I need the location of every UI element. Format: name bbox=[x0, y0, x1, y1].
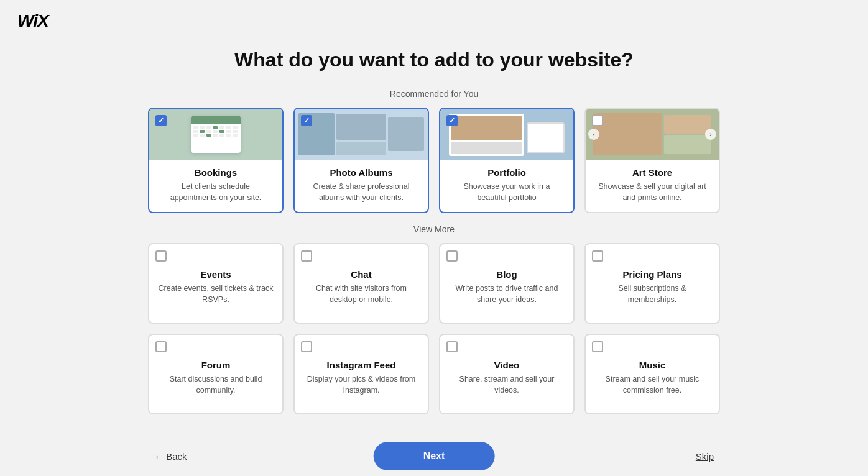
card-title-video: Video bbox=[494, 360, 520, 370]
checkbox-instagram-feed[interactable] bbox=[301, 341, 312, 352]
back-button[interactable]: ← Back bbox=[154, 451, 187, 462]
card-art-store[interactable]: ‹ › Art Store Showcase & sell your digit… bbox=[584, 108, 720, 213]
card-desc-music: Stream and sell your music commission fr… bbox=[594, 374, 710, 396]
wix-logo: WiX bbox=[17, 11, 851, 31]
carousel-left-icon[interactable]: ‹ bbox=[588, 129, 599, 140]
checkbox-forum[interactable] bbox=[155, 341, 167, 352]
card-title-chat: Chat bbox=[351, 269, 371, 280]
card-content-bookings: Bookings Let clients schedule appointmen… bbox=[149, 160, 282, 212]
card-title-forum: Forum bbox=[201, 360, 231, 370]
next-button[interactable]: Next bbox=[374, 442, 495, 470]
card-title-blog: Blog bbox=[496, 269, 517, 280]
page-container: What do you want to add to your website?… bbox=[0, 42, 868, 475]
card-image-artstore: ‹ › bbox=[586, 109, 719, 160]
card-title-artstore: Art Store bbox=[594, 167, 710, 178]
footer-inner: ← Back Next Skip bbox=[154, 451, 714, 462]
card-desc-forum: Start discussions and build community. bbox=[158, 374, 274, 396]
card-title-events: Events bbox=[200, 269, 231, 280]
recommended-cards-grid: Bookings Let clients schedule appointmen… bbox=[148, 108, 720, 213]
card-desc-artstore: Showcase & sell your digital art and pri… bbox=[594, 181, 710, 203]
card-content-albums: Photo Albums Create & share professional… bbox=[295, 160, 428, 212]
card-image-albums bbox=[295, 109, 428, 160]
checkbox-video[interactable] bbox=[446, 341, 458, 352]
card-desc-video: Share, stream and sell your videos. bbox=[449, 374, 565, 396]
card-image-portfolio bbox=[440, 109, 573, 160]
card-desc-instagram-feed: Display your pics & videos from Instagra… bbox=[303, 374, 419, 396]
card-title-music: Music bbox=[639, 360, 666, 370]
footer: ← Back Next Skip bbox=[0, 436, 868, 476]
card-desc-albums: Create & share professional albums with … bbox=[303, 181, 419, 203]
checkbox-events[interactable] bbox=[155, 250, 167, 262]
card-title-pricing-plans: Pricing Plans bbox=[622, 269, 681, 280]
card-portfolio[interactable]: Portfolio Showcase your work in a beauti… bbox=[439, 108, 575, 213]
skip-button[interactable]: Skip bbox=[696, 451, 714, 462]
card-forum[interactable]: Forum Start discussions and build commun… bbox=[148, 334, 284, 414]
card-content-portfolio: Portfolio Showcase your work in a beauti… bbox=[440, 160, 573, 212]
checkbox-music[interactable] bbox=[592, 341, 603, 352]
carousel-right-icon[interactable]: › bbox=[705, 129, 716, 140]
card-events[interactable]: Events Create events, sell tickets & tra… bbox=[148, 243, 284, 324]
checkbox-chat[interactable] bbox=[301, 250, 312, 262]
checkbox-blog[interactable] bbox=[446, 250, 458, 262]
view-more-label: View More bbox=[413, 224, 455, 234]
card-title-portfolio: Portfolio bbox=[449, 167, 565, 178]
checkbox-photo-albums[interactable] bbox=[301, 115, 312, 126]
card-desc-pricing-plans: Sell subscriptions & memberships. bbox=[594, 283, 710, 305]
checkbox-bookings[interactable] bbox=[155, 115, 167, 126]
card-desc-chat: Chat with site visitors from desktop or … bbox=[303, 283, 419, 305]
card-title-instagram-feed: Instagram Feed bbox=[327, 360, 396, 370]
card-chat[interactable]: Chat Chat with site visitors from deskto… bbox=[293, 243, 429, 324]
card-desc-blog: Write posts to drive traffic and share y… bbox=[449, 283, 565, 305]
card-bookings[interactable]: Bookings Let clients schedule appointmen… bbox=[148, 108, 284, 213]
checkbox-portfolio[interactable] bbox=[446, 115, 458, 126]
checkbox-art-store[interactable] bbox=[592, 115, 603, 126]
view-more-cards-grid: Events Create events, sell tickets & tra… bbox=[148, 243, 720, 414]
card-desc-events: Create events, sell tickets & track RSVP… bbox=[158, 283, 274, 305]
header: WiX bbox=[0, 0, 868, 42]
card-music[interactable]: Music Stream and sell your music commiss… bbox=[584, 334, 720, 414]
card-pricing-plans[interactable]: Pricing Plans Sell subscriptions & membe… bbox=[584, 243, 720, 324]
checkbox-pricing-plans[interactable] bbox=[592, 250, 603, 262]
card-content-artstore: Art Store Showcase & sell your digital a… bbox=[586, 160, 719, 212]
card-desc-bookings: Let clients schedule appointments on you… bbox=[158, 181, 274, 203]
card-desc-portfolio: Showcase your work in a beautiful portfo… bbox=[449, 181, 565, 203]
card-photo-albums[interactable]: Photo Albums Create & share professional… bbox=[293, 108, 429, 213]
card-title-albums: Photo Albums bbox=[303, 167, 419, 178]
card-image-bookings bbox=[149, 109, 282, 160]
page-title: What do you want to add to your website? bbox=[234, 48, 634, 71]
card-video[interactable]: Video Share, stream and sell your videos… bbox=[439, 334, 575, 414]
card-blog[interactable]: Blog Write posts to drive traffic and sh… bbox=[439, 243, 575, 324]
card-instagram-feed[interactable]: Instagram Feed Display your pics & video… bbox=[293, 334, 429, 414]
recommended-label: Recommended for You bbox=[390, 89, 478, 99]
card-title-bookings: Bookings bbox=[158, 167, 274, 178]
